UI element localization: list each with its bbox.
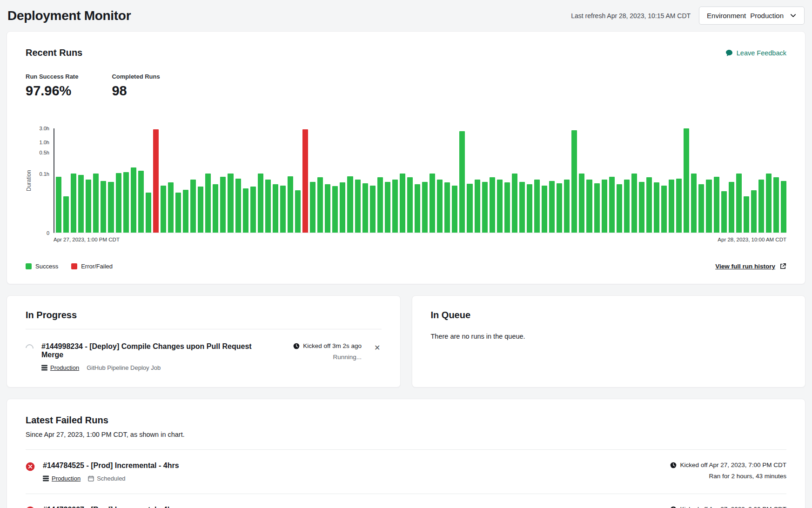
chart-bar-success[interactable] (175, 193, 181, 233)
chart-bar-success[interactable] (490, 177, 495, 233)
chart-bar-success[interactable] (235, 179, 241, 233)
chart-bar-success[interactable] (475, 180, 480, 233)
chart-bar-success[interactable] (549, 181, 555, 233)
chart-bar-success[interactable] (220, 177, 226, 233)
chart-bar-success[interactable] (146, 193, 151, 233)
chart-bar-success[interactable] (444, 182, 450, 233)
chart-bar-success[interactable] (332, 186, 338, 233)
chart-bar-success[interactable] (639, 182, 644, 233)
chart-bar-success[interactable] (482, 182, 488, 233)
chart-bar-error[interactable] (153, 129, 159, 233)
chart-bar-success[interactable] (131, 167, 136, 233)
chart-bar-success[interactable] (228, 174, 233, 233)
chart-bar-success[interactable] (250, 187, 256, 233)
chart-bar-success[interactable] (698, 184, 704, 233)
chart-bar-success[interactable] (400, 174, 405, 233)
chart-bar-success[interactable] (684, 128, 689, 233)
chart-bar-success[interactable] (258, 174, 263, 233)
chart-bar-success[interactable] (766, 174, 772, 233)
chart-bar-success[interactable] (729, 182, 734, 233)
chart-bar-success[interactable] (63, 196, 69, 233)
chart-bar-success[interactable] (370, 186, 376, 233)
chart-bar-success[interactable] (86, 180, 91, 233)
chart-bar-success[interactable] (631, 174, 637, 233)
chart-bar-success[interactable] (198, 187, 203, 233)
chart-bar-success[interactable] (617, 184, 622, 233)
chart-bar-success[interactable] (377, 177, 383, 233)
chart-bar-success[interactable] (273, 184, 278, 233)
chart-bar-success[interactable] (602, 180, 607, 233)
chart-bar-success[interactable] (624, 180, 630, 233)
chart-bar-success[interactable] (586, 180, 592, 233)
chart-bar-success[interactable] (295, 190, 301, 233)
chart-bar-success[interactable] (557, 183, 562, 233)
chart-bar-success[interactable] (385, 182, 390, 233)
chart-bar-success[interactable] (310, 182, 315, 233)
chart-bar-success[interactable] (265, 180, 271, 233)
chart-bar-success[interactable] (116, 173, 121, 233)
chart-bar-success[interactable] (721, 191, 727, 233)
chart-bar-success[interactable] (564, 180, 570, 233)
chart-bar-success[interactable] (744, 196, 749, 233)
chart-bar-success[interactable] (71, 174, 76, 233)
chart-bar-success[interactable] (497, 180, 503, 233)
chart-bar-success[interactable] (706, 180, 711, 233)
chart-bar-success[interactable] (123, 172, 129, 233)
chart-bar-success[interactable] (579, 174, 584, 233)
chart-bar-success[interactable] (317, 177, 323, 233)
chart-bar-success[interactable] (467, 184, 472, 233)
chart-bar-success[interactable] (362, 183, 368, 233)
chart-bar-success[interactable] (205, 174, 211, 233)
chart-bar-success[interactable] (422, 182, 428, 233)
chart-bar-error[interactable] (302, 129, 308, 233)
environment-link[interactable]: Production (41, 364, 79, 371)
chart-bar-success[interactable] (78, 175, 84, 233)
chart-bar-success[interactable] (676, 179, 682, 233)
chart-bar-success[interactable] (407, 177, 413, 233)
chart-bar-success[interactable] (325, 184, 330, 233)
chart-bar-success[interactable] (594, 183, 600, 233)
chart-bar-success[interactable] (512, 174, 517, 233)
chart-bar-success[interactable] (773, 177, 779, 233)
chart-bar-success[interactable] (161, 186, 166, 233)
chart-bar-success[interactable] (347, 176, 353, 233)
chart-bar-success[interactable] (437, 180, 443, 233)
chart-bar-success[interactable] (243, 188, 248, 233)
chart-bar-success[interactable] (138, 171, 144, 233)
chart-bar-success[interactable] (183, 190, 188, 233)
chart-bar-success[interactable] (758, 180, 764, 233)
chart-bar-success[interactable] (714, 177, 719, 233)
chart-bar-success[interactable] (288, 176, 293, 233)
chart-bar-success[interactable] (429, 174, 435, 233)
chart-bar-success[interactable] (340, 182, 345, 233)
chart-bar-success[interactable] (452, 186, 457, 233)
chart-bar-success[interactable] (190, 180, 196, 233)
chart-bar-success[interactable] (646, 177, 652, 233)
chart-bar-success[interactable] (392, 180, 398, 233)
chart-bar-success[interactable] (669, 180, 674, 233)
chart-bar-success[interactable] (609, 177, 615, 233)
chart-bar-success[interactable] (415, 184, 420, 233)
chart-bar-success[interactable] (504, 182, 510, 233)
chart-bar-success[interactable] (736, 174, 742, 233)
chart-bar-success[interactable] (542, 186, 547, 233)
chart-bar-success[interactable] (571, 130, 577, 233)
chart-bar-success[interactable] (213, 184, 218, 233)
leave-feedback-link[interactable]: Leave Feedback (725, 49, 786, 57)
chart-bar-success[interactable] (519, 182, 525, 233)
chart-bar-success[interactable] (661, 186, 667, 233)
chart-bar-success[interactable] (691, 174, 697, 233)
chart-bar-success[interactable] (654, 182, 659, 233)
chart-bar-success[interactable] (56, 177, 61, 233)
chart-bar-success[interactable] (101, 181, 106, 233)
chart-bar-success[interactable] (168, 182, 174, 233)
chart-bar-success[interactable] (781, 181, 786, 233)
chart-bar-success[interactable] (93, 174, 99, 233)
chart-bar-success[interactable] (280, 186, 286, 233)
chart-bar-success[interactable] (534, 180, 540, 233)
chart-bar-success[interactable] (751, 190, 757, 233)
chart-bar-success[interactable] (459, 131, 465, 233)
chart-bar-success[interactable] (355, 180, 361, 233)
cancel-run-button[interactable]: ✕ (373, 343, 381, 353)
environment-dropdown[interactable]: Environment Production (699, 7, 805, 25)
